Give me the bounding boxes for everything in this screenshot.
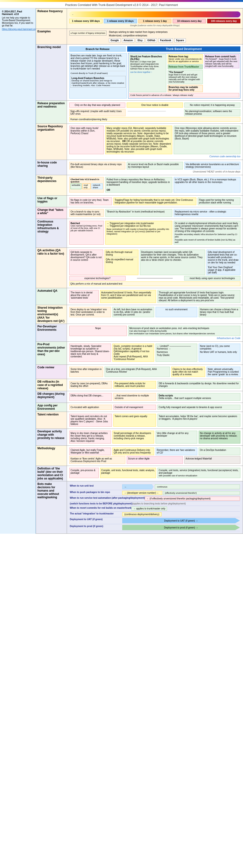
- talent-layout: Talent leaves and recruiters do not see …: [69, 413, 241, 428]
- prep-item-1: Only on the day that was originally plan…: [69, 102, 125, 107]
- change-item-3: Replacement via micro service - often a …: [174, 209, 240, 217]
- shared-int-item-4: Humans can choose a binary from a binary…: [199, 307, 240, 317]
- divider-1: [71, 71, 126, 71]
- bots-integration-content: (continuous deployment/delivery): [122, 512, 240, 516]
- prep-item-3: No notice required; it is happening anyw…: [184, 102, 240, 107]
- bots-content: When to run unit test ← continuous: [67, 482, 243, 534]
- ci-elastic: Or scaled or elastic/ephemeral infrastru…: [174, 221, 240, 245]
- dev-activity-row: Developer activity change with proximity…: [36, 429, 243, 446]
- branching-headers: Branch for Release Trunk Based Developme…: [69, 46, 240, 52]
- bots-prod-content: Deployment to prod (if green) →: [122, 525, 240, 530]
- db-changes-content: DBAs doing that DB changes... ...that ne…: [67, 391, 243, 403]
- qa-layout: QA feels separate to development. QA is …: [69, 249, 241, 287]
- logo-facebook: Facebook: [158, 38, 173, 42]
- ci-infra-row: Continuous Integration infrastructure & …: [36, 219, 243, 248]
- qa-item-3: Developers maintain (and occasionally wr…: [140, 250, 205, 275]
- inhouse-sharing-content: Pre-built versioned binary deps via a bi…: [67, 160, 243, 175]
- methodology-row: Methodology Claimed Agile, but really Fr…: [36, 446, 243, 466]
- code-review-content: Some time after integration in batches O…: [67, 365, 243, 379]
- bots-cont-dep: (continuous deployment/delivery): [122, 512, 162, 516]
- per-dev-env-row: Per-Developer Environments Nope Microcos…: [36, 324, 243, 342]
- commit-hash-col: Release from commit hash: "Fix forward" …: [204, 54, 239, 92]
- examples-right: Startups wishing to take market from leg…: [109, 31, 240, 42]
- sidebar-copyright: © 2014-2017, Paul Hammant. v2.8: [2, 10, 34, 16]
- automated-qa-row: Automated QA The team is in denial about…: [36, 288, 243, 305]
- top-gradient-bar: [0, 0, 243, 2]
- dev-activity-layout: Many in dev team change activities the c…: [69, 430, 241, 444]
- examples-label: Examples: [36, 29, 67, 44]
- inhouse-sharing-label: In-house code sharing: [36, 160, 67, 175]
- tbd-inner: ShortLive Feature Branches (SLFBs) that …: [129, 54, 239, 92]
- tbd-header: Trunk Based Development: [127, 46, 240, 52]
- release-frequency-label: Release frequency: [36, 8, 67, 29]
- branching-model-content: Branch for Release Trunk Based Developme…: [67, 44, 243, 101]
- cr-pair: Note: almost universally, Pair-Programmi…: [207, 367, 240, 377]
- auto-qa-thorough: Thorough yet appropriate functional UI t…: [158, 290, 240, 303]
- talent-item-2: Talent comes and goes equally: [113, 414, 156, 427]
- build-3: Compile, unit tests, service (integratio…: [158, 468, 240, 478]
- preprod-label: Pre-Prod environments (other than the pe…: [36, 342, 67, 365]
- bots-integration-label: The actual 'integration' to trunk/master: [70, 512, 122, 515]
- preprod-numerous: ← Limited? ————————— Numerous → Numerous…: [156, 344, 197, 362]
- bots-switch-content: (applies to branching tests before pkg/d…: [132, 502, 240, 505]
- freq-item-4: 10 releases every day: [173, 19, 206, 23]
- freq-item-5: 100 releases every day: [207, 19, 240, 23]
- bots-revert-content: → applies to trunk/master only: [132, 506, 240, 510]
- branching-model-label: Branching model: [36, 44, 67, 101]
- qa-opensource: most likely using open source technologi…: [184, 276, 240, 281]
- change-item-2: "Branch by Abstraction" in trunk (method…: [105, 209, 172, 217]
- bots-run-unit: When to run unit test ← continuous: [70, 484, 240, 490]
- bots-row: Bots make decisions for humans and execu…: [36, 482, 243, 534]
- no-planning-box: No planning/coordination; software owns …: [184, 109, 240, 116]
- writeable-badge: writeable: [71, 183, 81, 189]
- cr-pr: One at a time, pre-integrate (Pull-Reque…: [105, 367, 170, 377]
- talent-content: Talent leaves and recruiters do not see …: [67, 412, 243, 429]
- method-4: On a DevOps foundation: [199, 447, 240, 455]
- db-rollback-1: Case by case (un-prepared), DBAs leading…: [69, 381, 112, 389]
- auto-qa-denial: The team is in denial about the value of…: [69, 290, 99, 303]
- bots-uat-label: Deployment to UAT (if green): [70, 518, 122, 521]
- page-container: Practices Correlated With Trunk-Based De…: [0, 0, 243, 534]
- examples-layout: a huge number of legacy enterprises Star…: [69, 30, 241, 43]
- change-layout: On a branch to stay in sync with master/…: [69, 208, 241, 218]
- prep-item-2: One hour notice is doable: [127, 102, 183, 107]
- build-1: Compile, pre-process & package: [69, 468, 99, 478]
- qa-activities-row: QA activities (QA ratio is a factor too)…: [36, 248, 243, 288]
- app-config-content: Co-located with application Outside of a…: [67, 403, 243, 412]
- ci-infra-content: Batched Uses named QA/Integ envs. Pool o…: [67, 219, 243, 248]
- unversioned-note: Unversioned 'HEAD' centric of in-house d…: [69, 170, 240, 173]
- change-item-1: On a branch to stay in sync with master/…: [69, 209, 104, 217]
- examples-content: a huge number of legacy enterprises Star…: [67, 29, 243, 44]
- qa-mix: QAs perform a mix of manual and automate…: [69, 281, 240, 286]
- config-item-1: Co-located with application: [69, 405, 112, 410]
- bots-revert-label: When to revert commits for red builds on…: [70, 506, 132, 509]
- db-rollbacks-content: Case by case (un-prepared), DBAs leading…: [67, 379, 243, 391]
- network-badge: network share: [91, 183, 103, 189]
- inhouse-item-2: At source level via Buck or Bazel made p…: [127, 162, 183, 169]
- branches-may-box: Branches may be suitable for prod bug fi…: [168, 85, 203, 92]
- method-scrum: Scrum or other Agile: [127, 456, 183, 464]
- repo-items: One repo with many trunk/ branches withi…: [69, 126, 240, 154]
- shared-integration-content: Devs deploy to an 'integration' env from…: [67, 305, 243, 324]
- qa-top: QA feels separate to development. QA is …: [69, 250, 240, 275]
- method-1: Claimed Agile, but really Fragile, Water…: [69, 447, 111, 455]
- dash-box: ————————————————: [127, 109, 183, 116]
- common-ownership: Common code ownership too: [69, 155, 240, 158]
- logo-amazon: Amazon: [122, 38, 135, 42]
- preprod-handmade: Handmade, slowly. Specialist knowledge a…: [69, 344, 111, 362]
- db-rollbacks-layout: Case by case (un-prepared), DBAs leading…: [69, 380, 241, 390]
- deps-layout: Checked into VCS branch in question writ…: [69, 176, 241, 194]
- bots-dev-ver: → (developer version number) ←: [122, 491, 162, 495]
- flag-item-1: No flags in code (or very few). Team has…: [69, 197, 112, 205]
- shared-int-item-2: As left, but devs have no automation to …: [112, 307, 154, 317]
- third-party-deps-content: Checked into VCS branch in question writ…: [67, 175, 243, 195]
- bots-effectively: (effectively unversioned therefor!): [163, 491, 240, 495]
- db-rollbacks-row: DB rollbacks (in case of a regretted rel…: [36, 379, 243, 391]
- ci-batched: Batched Uses named QA/Integ envs. Pool o…: [69, 221, 104, 245]
- header-title: Practices Correlated With Trunk-Based De…: [65, 3, 178, 7]
- legacy-box: a huge number of legacy enterprises: [69, 31, 107, 35]
- flag-item-3: Flags used for tuning the running produc…: [198, 197, 240, 205]
- method-waterfall: Acknow-ledged Waterfall: [184, 456, 240, 464]
- inhouse-item-1: Pre-built versioned binary deps via a bi…: [69, 162, 125, 169]
- sidebar-url[interactable]: https://devops.paul.hammant.org: [2, 28, 34, 30]
